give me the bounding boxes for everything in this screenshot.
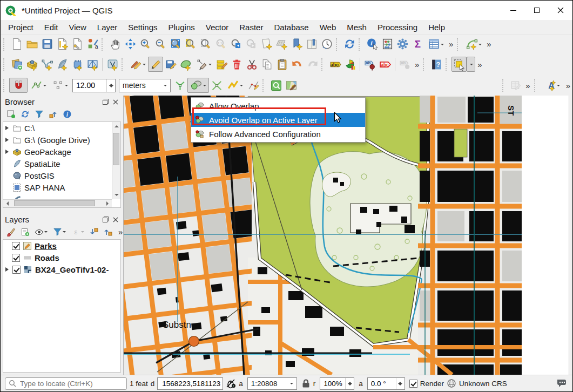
map-edit-button[interactable] [284,78,299,93]
snap-options-button[interactable] [224,78,246,93]
layer-item-parks[interactable]: Parks [3,240,120,252]
zoom-to-selection-button[interactable] [183,37,198,52]
new-map-view-button[interactable] [259,37,274,52]
change-attributes-button[interactable] [508,78,523,93]
statistical-summary-button[interactable]: Σ [410,37,425,52]
browser-item-sap-hana[interactable]: SAP HANA [3,181,120,193]
menu-help[interactable]: Help [423,21,450,33]
attribute-table-button[interactable] [425,37,447,52]
lock-icon[interactable] [301,379,311,388]
zoom-in-button[interactable] [138,37,153,52]
browser-close-button[interactable] [111,98,120,106]
crs-globe-icon[interactable] [447,379,456,388]
layer-diagram-button[interactable] [342,57,358,72]
coordinate-display-toggle-icon[interactable]: ! [226,379,236,389]
enable-tracing-button[interactable] [246,78,261,93]
menu-web[interactable]: Web [314,21,342,33]
snapping-tolerance-spinbox[interactable] [72,79,116,92]
snapping-units-combo[interactable]: meters [119,79,171,92]
messages-icon[interactable] [556,379,568,388]
minimize-button[interactable] [501,1,525,20]
new-shapefile-layer-button[interactable] [39,57,55,72]
field-calculator-button[interactable] [380,37,395,52]
toolbar-grip[interactable] [446,58,450,71]
magnifier-input[interactable] [320,379,345,388]
menu-layer[interactable]: Layer [92,21,123,33]
browser-item-g-drive[interactable]: G:\ (Google Drive) [3,134,120,146]
manage-map-themes-button[interactable] [33,226,49,238]
new-spatial-bookmark-button[interactable] [289,37,304,52]
zoom-full-button[interactable] [168,37,183,52]
vertex-curve-tool-button[interactable] [463,37,484,52]
spin-buttons[interactable] [396,378,405,389]
toolbar-grip[interactable] [3,79,8,92]
crs-status[interactable]: Unknown CRS [459,380,507,388]
save-layer-edits-button[interactable] [163,57,178,72]
add-polygon-feature-button[interactable] [178,57,193,72]
zoom-to-layer-button[interactable] [198,37,213,52]
layer-checkbox[interactable] [12,242,20,250]
scrollbar-thumb[interactable] [14,200,95,206]
new-spatialite-layer-button[interactable] [55,57,70,72]
rotation-spinbox[interactable] [367,377,405,390]
properties-button[interactable]: i [61,108,73,120]
menu-database[interactable]: Database [268,21,314,33]
new-print-layout-button[interactable] [55,37,70,52]
spin-buttons[interactable] [345,378,354,389]
enable-snapping-button[interactable] [9,78,28,93]
add-selected-layers-button[interactable] [5,108,17,120]
toolbar-grip[interactable] [122,58,126,71]
rotation-input[interactable] [368,379,396,388]
locate-box[interactable] [5,377,127,390]
snapping-tolerance-input[interactable] [73,80,106,90]
layer-checkbox[interactable] [12,266,21,274]
toolbar-extend-button[interactable]: » [447,39,455,49]
collapse-all-button[interactable] [47,108,59,120]
toolbar-grip[interactable] [336,38,340,51]
refresh-browser-button[interactable] [19,108,31,120]
menu-mesh[interactable]: Mesh [341,21,372,33]
options-button[interactable] [395,37,410,52]
zoom-out-button[interactable] [153,37,168,52]
geosearch-button[interactable] [268,78,284,93]
temporal-controller-button[interactable] [319,37,334,52]
new-project-button[interactable] [9,37,24,52]
zoom-native-button[interactable]: 1:1 [213,37,228,52]
locate-input[interactable] [19,379,123,388]
open-layer-styling-button[interactable] [5,226,17,238]
map-point-feature[interactable] [189,336,199,347]
toolbar-grip[interactable] [262,79,267,92]
layers-close-button[interactable] [111,216,120,224]
expand-icon[interactable] [5,267,11,272]
new-geopackage-layer-button[interactable] [24,57,39,72]
expand-icon[interactable] [5,138,11,142]
browser-horizontal-scrollbar[interactable] [3,199,112,207]
undo-button[interactable] [289,57,305,72]
menu-vector[interactable]: Vector [200,21,234,33]
avoid-overlap-button[interactable] [187,78,209,93]
redo-button[interactable] [305,57,320,72]
maximize-button[interactable] [525,1,549,20]
toolbar-grip[interactable] [423,58,427,71]
current-edits-button[interactable] [127,57,148,72]
collapse-all-layers-button[interactable] [102,226,114,238]
pan-to-selection-button[interactable] [123,37,138,52]
data-source-manager-button[interactable] [9,57,24,72]
toolbar-grip[interactable] [534,79,538,92]
show-spatial-bookmarks-button[interactable] [304,37,319,52]
zoom-last-button[interactable] [228,37,244,52]
new-virtual-layer-button[interactable] [70,57,85,72]
identify-features-button[interactable]: i [365,37,380,52]
browser-float-button[interactable] [101,98,110,106]
expand-icon[interactable] [5,150,11,154]
browser-item-spatialite[interactable]: SpatiaLite [3,158,120,170]
delete-selected-button[interactable] [229,57,244,72]
menu-edit[interactable]: Edit [39,21,64,33]
style-manager-button[interactable]: a [85,37,100,52]
expand-all-button[interactable] [88,226,100,238]
browser-vertical-scrollbar[interactable] [112,122,120,199]
menu-raster[interactable]: Raster [234,21,268,33]
open-project-button[interactable] [24,37,39,52]
browser-item-geopackage[interactable]: GeoPackage [3,146,120,158]
filter-legend-button[interactable] [51,226,68,238]
